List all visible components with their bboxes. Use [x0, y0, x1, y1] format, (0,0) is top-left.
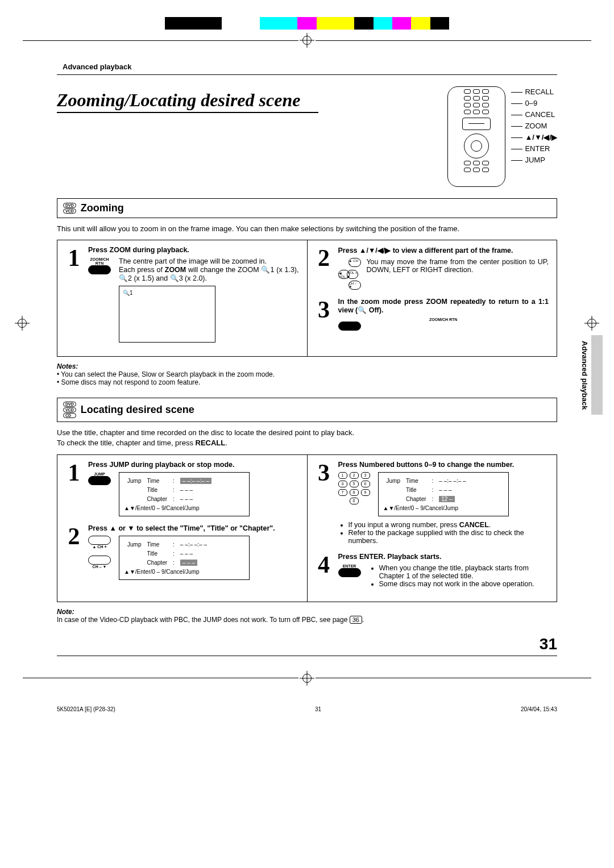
- jump-button-icon: [88, 476, 111, 485]
- button-label: JUMP: [88, 472, 111, 476]
- locate-steps: 1 Press JUMP during playback or stop mod…: [57, 454, 557, 602]
- step-number: 2: [316, 246, 333, 290]
- step-bullet: Some discs may not work in the above ope…: [379, 580, 549, 588]
- registration-top: [23, 35, 591, 45]
- disc-badge: DVD: [63, 402, 76, 407]
- jump-osd: Jump Time: – –:– –:– – Title: – – – Chap…: [119, 472, 250, 516]
- jump-osd: Jump Time: – –:– –:– – Title: – – – Chap…: [119, 536, 250, 580]
- registration-left: [17, 318, 27, 328]
- section-heading-zooming: DVD VCD Zooming: [57, 198, 557, 218]
- numpad-icon: 123 456 789 0: [338, 472, 370, 516]
- step-head: Press ZOOM during playback.: [88, 246, 299, 254]
- step-number: 4: [316, 553, 333, 588]
- page-number: 31: [23, 635, 557, 653]
- step-number: 3: [316, 298, 333, 331]
- button-label: ZOOM/CH RTN: [338, 318, 549, 322]
- print-color-bar: [165, 17, 449, 30]
- zoom-button-icon: [338, 322, 361, 331]
- step-number: 2: [65, 524, 82, 580]
- registration-bottom: [23, 673, 591, 683]
- button-label: ZOOM/CH RTN: [88, 257, 111, 265]
- remote-label: 0–9: [525, 99, 537, 107]
- registration-right: [587, 318, 597, 328]
- jump-osd: Jump Time: – –:– –:– – Title: – – – Chap…: [378, 472, 509, 516]
- disc-badge: DVD: [63, 203, 76, 208]
- zoom-intro: This unit will allow you to zoom in on t…: [57, 224, 557, 234]
- step-head: Press Numbered buttons 0–9 to change the…: [338, 461, 549, 469]
- remote-label: ZOOM: [525, 122, 547, 130]
- step-bullet: Refer to the package supplied with the d…: [349, 529, 549, 545]
- step-head: Press JUMP during playback or stop mode.: [88, 461, 299, 469]
- thumb-tab: [591, 335, 603, 415]
- step-number: 3: [316, 461, 333, 545]
- ch-down-button-icon: [88, 556, 111, 565]
- ch-up-button-icon: [88, 536, 111, 545]
- zoom-button-icon: [88, 265, 111, 274]
- step-head: In the zoom mode press ZOOM repeatedly t…: [338, 298, 549, 314]
- remote-label: RECALL: [525, 87, 554, 96]
- header-category: Advanced playback: [63, 62, 591, 71]
- remote-label: ENTER: [525, 144, 550, 153]
- remote-label: CANCEL: [525, 110, 555, 119]
- footer-left: 5K50201A [E] (P28-32): [57, 706, 115, 712]
- header-rule: [57, 74, 557, 75]
- remote-diagram: [447, 86, 505, 187]
- remote-label: ▲/▼/◀/▶: [525, 133, 557, 141]
- locate-note: Note: In case of the Video-CD playback w…: [57, 608, 557, 624]
- page-title: Zooming/Locating desired scene: [57, 86, 430, 111]
- page-number-rule: [57, 656, 557, 656]
- zoom-steps: 1 Press ZOOM during playback. ZOOM/CH RT…: [57, 240, 557, 357]
- step-bullet: If you input a wrong number, press CANCE…: [349, 521, 549, 529]
- disc-badge: VCD: [63, 208, 76, 214]
- step-text: You may move the frame from the center p…: [366, 258, 549, 290]
- locate-intro: Use the title, chapter and time recorded…: [57, 428, 557, 448]
- disc-badge: VCD: [63, 407, 76, 412]
- step-bullet: When you change the title, playback star…: [379, 564, 549, 580]
- remote-labels: RECALL 0–9 CANCEL ZOOM ▲/▼/◀/▶ ENTER JUM…: [511, 86, 557, 187]
- title-underline: [57, 112, 318, 113]
- step-text: The centre part of the image will be zoo…: [119, 257, 299, 265]
- zoom-osd: 🔍1: [119, 286, 215, 343]
- step-number: 1: [65, 461, 82, 516]
- zoom-notes: Notes: • You can select the Pause, Slow …: [57, 362, 557, 386]
- step-head: Press ▲/▼/◀/▶ to view a different part o…: [338, 246, 549, 254]
- button-label: ENTER: [338, 564, 361, 568]
- disc-badge: CD: [63, 413, 76, 418]
- print-footer: 5K50201A [E] (P28-32) 31 20/4/04, 15:43: [57, 706, 557, 712]
- page-ref: 36: [350, 616, 362, 624]
- section-title: Locating desired scene: [81, 404, 194, 416]
- step-head: Press ▲ or ▼ to select the "Time", "Titl…: [88, 524, 299, 532]
- dpad-icon: ▲ CH + CH – ▼ ◀ VOL – VOL + ▶: [338, 258, 359, 290]
- step-text: Each press of ZOOM will change the ZOOM …: [119, 265, 299, 282]
- remote-label: JUMP: [525, 156, 545, 164]
- section-title: Zooming: [81, 202, 124, 214]
- section-heading-locating: DVD VCD CD Locating desired scene: [57, 398, 557, 422]
- manual-page: Advanced playback Zooming/Locating desir…: [0, 0, 614, 735]
- footer-center: 31: [315, 706, 321, 712]
- thumb-tab-text: Advanced playback: [580, 341, 589, 410]
- enter-button-icon: [338, 568, 361, 577]
- footer-right: 20/4/04, 15:43: [521, 706, 557, 712]
- step-head: Press ENTER. Playback starts.: [338, 553, 549, 561]
- step-number: 1: [65, 246, 82, 343]
